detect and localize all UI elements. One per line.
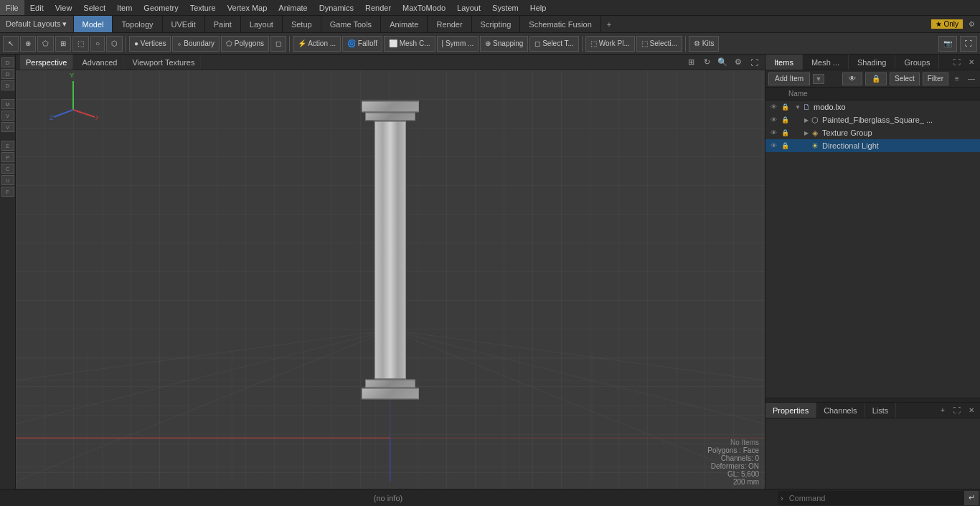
panel-expand-icon[interactable]: ⛶ xyxy=(951,57,963,68)
left-btn-8[interactable]: P xyxy=(1,152,14,162)
add-item-dropdown[interactable]: ▼ xyxy=(813,74,824,84)
left-btn-10[interactable]: U xyxy=(1,175,14,185)
vp-refresh-icon[interactable]: ↻ xyxy=(700,56,713,69)
tb-shield-icon[interactable]: ⬡ xyxy=(106,36,123,52)
tb-snapping-btn[interactable]: ⊕ Snapping xyxy=(480,36,528,52)
tb-fullscreen-icon[interactable]: ⛶ xyxy=(960,36,977,52)
vp-search-icon[interactable]: 🔍 xyxy=(716,56,729,69)
tb-mesh-btn[interactable]: ⬜ Mesh C... xyxy=(384,36,435,52)
tree-row-modo-lxo[interactable]: 👁 🔒 ▼ 🗋 modo.lxo xyxy=(765,100,980,113)
tb-vertices-btn[interactable]: ● Vertices xyxy=(129,36,171,52)
panel-tab-items[interactable]: Items xyxy=(765,55,803,70)
panel-tab-groups[interactable]: Groups xyxy=(895,55,939,70)
vp-tab-perspective[interactable]: Perspective xyxy=(20,55,73,70)
layout-tab-topology[interactable]: Topology xyxy=(113,16,162,32)
layout-tab-animate[interactable]: Animate xyxy=(381,16,428,32)
layout-tab-gametools[interactable]: Game Tools xyxy=(321,16,382,32)
item-minus-icon[interactable]: — xyxy=(966,73,977,85)
eye-icon-modo[interactable]: 👁 xyxy=(768,102,778,112)
menu-view[interactable]: View xyxy=(50,0,78,15)
panel-tab-shading[interactable]: Shading xyxy=(849,55,895,70)
bottom-tab-lists[interactable]: Lists xyxy=(865,403,897,418)
tb-circle-icon[interactable]: ○ xyxy=(90,36,105,52)
layout-tab-uvedit[interactable]: UVEdit xyxy=(163,16,205,32)
tb-kits-btn[interactable]: ⚙ Kits xyxy=(689,36,719,52)
tb-arrow-icon[interactable]: ↖ xyxy=(3,36,19,52)
tb-select-btn[interactable]: ◻ Select T... xyxy=(529,36,579,52)
left-btn-1[interactable]: D xyxy=(1,57,14,67)
tb-selecti-btn[interactable]: ⬚ Selecti... xyxy=(636,36,682,52)
vp-expand-icon[interactable]: ⛶ xyxy=(748,56,760,69)
filter-btn[interactable]: Filter xyxy=(923,72,948,85)
tree-row-painted-fg[interactable]: 👁 🔒 ▶ ⬡ Painted_Fiberglass_Square_ ... xyxy=(765,113,980,126)
add-item-btn[interactable]: Add Item xyxy=(768,72,810,85)
bottom-tab-properties[interactable]: Properties xyxy=(765,403,816,418)
layout-add-tab[interactable]: + xyxy=(601,16,617,32)
vp-settings-icon[interactable]: ⚙ xyxy=(732,56,745,69)
layout-tab-layout[interactable]: Layout xyxy=(241,16,283,32)
bottom-plus-btn[interactable]: + xyxy=(937,405,948,416)
vp-tab-advanced[interactable]: Advanced xyxy=(76,55,123,70)
vp-fit-icon[interactable]: ⊞ xyxy=(684,56,697,69)
tb-boundary-btn[interactable]: ⬦ Boundary xyxy=(172,36,220,52)
bottom-tab-channels[interactable]: Channels xyxy=(816,403,864,418)
left-btn-9[interactable]: C xyxy=(1,164,14,174)
tb-camera-icon[interactable]: 📷 xyxy=(938,36,957,52)
left-btn-4[interactable]: M xyxy=(1,99,14,109)
eye-icon-dl[interactable]: 👁 xyxy=(768,141,778,151)
menu-vertex-map[interactable]: Vertex Map xyxy=(222,0,273,15)
left-btn-7[interactable]: E xyxy=(1,141,14,151)
tb-workpl-btn[interactable]: ⬚ Work Pl... xyxy=(585,36,635,52)
menu-edit[interactable]: Edit xyxy=(24,0,50,15)
vp-tab-textures[interactable]: Viewport Textures xyxy=(126,55,201,70)
left-btn-11[interactable]: F xyxy=(1,187,14,197)
menu-animate[interactable]: Animate xyxy=(273,0,313,15)
viewport[interactable]: Perspective Advanced Viewport Textures ⊞… xyxy=(16,55,765,489)
menu-item[interactable]: Item xyxy=(111,0,138,15)
tb-action-btn[interactable]: ⚡ Action ... xyxy=(293,36,341,52)
left-btn-5[interactable]: V xyxy=(1,111,14,121)
menu-help[interactable]: Help xyxy=(524,0,552,15)
tree-row-texture-group[interactable]: 👁 🔒 ▶ ◈ Texture Group xyxy=(765,126,980,139)
tb-symm-btn[interactable]: | Symm ... xyxy=(437,36,479,52)
layout-tab-model[interactable]: Model xyxy=(74,16,113,32)
tb-poly-icon[interactable]: ◻ xyxy=(270,36,286,52)
left-btn-6[interactable]: V xyxy=(1,122,14,132)
eye-icon-pfg[interactable]: 👁 xyxy=(768,115,778,125)
tb-world-icon[interactable]: ⊕ xyxy=(20,36,36,52)
layout-tab-render[interactable]: Render xyxy=(428,16,471,32)
layout-settings-icon[interactable]: ⚙ xyxy=(966,19,977,30)
command-input[interactable] xyxy=(786,494,964,502)
tb-falloff-btn[interactable]: 🌀 Falloff xyxy=(342,36,382,52)
tb-lasso-icon[interactable]: ⬠ xyxy=(37,36,54,52)
select-btn[interactable]: Select xyxy=(890,72,920,85)
menu-geometry[interactable]: Geometry xyxy=(138,0,184,15)
layout-tab-schematic[interactable]: Schematic Fusion xyxy=(520,16,600,32)
menu-layout[interactable]: Layout xyxy=(451,0,486,15)
left-btn-3[interactable]: D xyxy=(1,80,14,90)
panel-lock-icon[interactable]: 🔒 xyxy=(865,72,887,85)
viewport-canvas[interactable]: Y X Z No Items Polygons : Face Channels:… xyxy=(16,70,765,489)
menu-select[interactable]: Select xyxy=(77,0,111,15)
layout-tab-setup[interactable]: Setup xyxy=(283,16,321,32)
layout-tab-paint[interactable]: Paint xyxy=(205,16,241,32)
bottom-close-icon[interactable]: ✕ xyxy=(966,405,977,416)
layout-dropdown[interactable]: Default Layouts ▾ xyxy=(0,16,74,32)
layout-tab-scripting[interactable]: Scripting xyxy=(472,16,521,32)
menu-render[interactable]: Render xyxy=(359,0,397,15)
command-go-btn[interactable]: ↵ xyxy=(964,491,979,505)
panel-tab-mesh[interactable]: Mesh ... xyxy=(803,55,849,70)
panel-close-icon[interactable]: ✕ xyxy=(966,57,977,68)
tb-box-icon[interactable]: ⬚ xyxy=(72,36,89,52)
tb-transform-icon[interactable]: ⊞ xyxy=(55,36,71,52)
list-scrollbar[interactable] xyxy=(765,398,980,402)
star-badge[interactable]: ★ Only xyxy=(931,19,963,29)
menu-texture[interactable]: Texture xyxy=(184,0,222,15)
tree-row-directional-light[interactable]: 👁 🔒 ☀ Directional Light xyxy=(765,139,980,152)
menu-system[interactable]: System xyxy=(486,0,524,15)
menu-maxtomodo[interactable]: MaxToModo xyxy=(397,0,451,15)
menu-file[interactable]: File xyxy=(0,0,24,15)
panel-eye-icon[interactable]: 👁 xyxy=(842,72,862,85)
eye-icon-tg[interactable]: 👁 xyxy=(768,128,778,138)
left-btn-2[interactable]: D xyxy=(1,69,14,79)
